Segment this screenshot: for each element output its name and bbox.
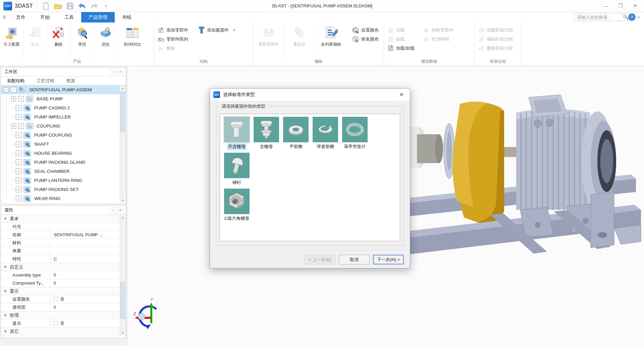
properties-scrollbar[interactable]	[120, 215, 125, 336]
tree-item[interactable]: PUMP LANTERN RING	[1, 176, 126, 185]
visibility-checkbox[interactable]	[16, 196, 21, 201]
minimize-button[interactable]: —	[598, 0, 613, 11]
property-section[interactable]: 基本	[1, 215, 126, 223]
tab-process[interactable]: 工艺过程	[31, 77, 60, 85]
visibility-checkbox[interactable]	[16, 114, 21, 120]
tree-item[interactable]: HOUSE BEARING	[1, 149, 126, 158]
visibility-checkbox[interactable]	[16, 168, 21, 174]
collapse-expander[interactable]	[4, 87, 9, 92]
tree-scrollbar[interactable]	[120, 86, 125, 203]
redo-button[interactable]	[89, 1, 99, 11]
tab-assembly-structure[interactable]: 装配结构	[1, 77, 31, 85]
property-section[interactable]: 自定义	[1, 263, 126, 271]
property-row[interactable]: 设置颜色否	[1, 295, 126, 303]
chevron-down-icon[interactable]	[233, 28, 235, 32]
property-row[interactable]: 材料	[1, 239, 126, 247]
visibility-checkbox[interactable]	[16, 150, 21, 156]
tab-start[interactable]: 开始	[33, 12, 57, 22]
property-row[interactable]: 显示否	[1, 319, 126, 328]
property-row[interactable]: 透明度0	[1, 303, 126, 311]
property-section[interactable]: 纹理	[1, 311, 126, 319]
fastener-tile-serrated-washer[interactable]: 落帝劳垫片	[340, 117, 370, 150]
tree-item[interactable]: WEAR RING	[1, 194, 126, 203]
close-button[interactable]: ✕	[628, 0, 643, 11]
tree-item[interactable]: PUMP PACKING GLAND	[1, 158, 126, 167]
component-pattern-button[interactable]: 零部件阵列	[158, 35, 188, 44]
fastener-tile-spring-washer[interactable]: 弹簧垫圈	[311, 117, 340, 150]
scroll-up-arrow[interactable]	[120, 86, 125, 91]
value-checkbox[interactable]	[54, 297, 58, 301]
cancel-button[interactable]: 取消	[339, 255, 370, 264]
property-section[interactable]: 显示	[1, 287, 126, 295]
property-row[interactable]: 名称SENTRIFUGAL PUMP ...	[1, 231, 126, 239]
property-row[interactable]: 特性C	[1, 255, 126, 263]
close-panel-button[interactable]	[117, 69, 124, 75]
fastener-tile-bolt[interactable]: 不含螺母	[222, 117, 252, 150]
tree-item[interactable]: BASE PUMP	[1, 94, 126, 103]
set-color-button[interactable]: 设置颜色	[352, 26, 379, 35]
tree-item[interactable]: PUMP PACKING SET	[1, 185, 126, 194]
restore-button[interactable]: ❐	[613, 0, 628, 11]
tree-item[interactable]: PUMP IMPELLER	[1, 112, 126, 121]
tree-item[interactable]: COUPLING	[1, 121, 126, 131]
tree-item[interactable]: SEAL CHAMBER	[1, 167, 126, 176]
property-row[interactable]: Component Ty...0	[1, 279, 126, 287]
chevron-down-icon[interactable]	[638, 15, 639, 19]
property-section[interactable]: 其它	[1, 328, 126, 336]
search-input[interactable]	[574, 13, 630, 21]
load-unload-button[interactable]: 加载/卸载	[387, 44, 415, 53]
collapse-panel-button[interactable]	[109, 69, 116, 75]
fastener-tile-hex-nut[interactable]: C级六角螺母	[222, 189, 252, 222]
tab-routing[interactable]: 布线	[115, 12, 139, 22]
undo-button[interactable]	[77, 1, 87, 11]
full-list-edit-button[interactable]: 全列表编辑	[315, 23, 347, 58]
import-config-button[interactable]: 引入配置	[0, 23, 23, 58]
scroll-down-arrow[interactable]	[120, 198, 125, 203]
scrollbar-thumb[interactable]	[120, 92, 125, 132]
scrollbar-thumb[interactable]	[120, 282, 125, 319]
close-panel-button[interactable]	[117, 207, 124, 213]
fastener-tile-rivet[interactable]: 铆钉	[222, 153, 252, 186]
visibility-checkbox[interactable]	[18, 96, 24, 102]
value-checkbox[interactable]	[54, 321, 58, 326]
fastener-tile-bolt-with-nut[interactable]: 含螺母	[252, 117, 281, 150]
expand-expander[interactable]	[11, 123, 16, 129]
visibility-checkbox[interactable]	[16, 141, 21, 147]
property-row[interactable]: Assembly type0	[1, 271, 126, 279]
scroll-up-arrow[interactable]	[120, 215, 125, 220]
save-button[interactable]	[65, 1, 75, 11]
collapse-panel-button[interactable]	[109, 207, 116, 213]
visibility-checkbox[interactable]	[11, 87, 16, 93]
visibility-checkbox[interactable]	[16, 187, 21, 192]
add-component-button[interactable]: 添加零部件	[158, 26, 188, 35]
tab-file[interactable]: 文件	[9, 12, 33, 22]
help-button[interactable]: ?	[628, 13, 636, 21]
next-button[interactable]: 下一步(N) >	[373, 255, 404, 264]
property-row[interactable]: 代号	[1, 223, 126, 231]
find-button[interactable]: 查找	[70, 23, 94, 58]
restore-color-button[interactable]: 恢复颜色	[352, 35, 379, 44]
dialog-close-button[interactable]	[396, 92, 407, 98]
visibility-checkbox[interactable]	[16, 105, 21, 111]
property-row[interactable]: 单重	[1, 247, 126, 255]
delete-product-button[interactable]: 删除	[47, 23, 70, 58]
tab-product-management[interactable]: 产品管理	[81, 12, 115, 22]
browse-button[interactable]: 浏览	[94, 23, 117, 58]
menu-icon[interactable]	[0, 12, 9, 22]
tab-resources[interactable]: 资源	[60, 77, 81, 85]
scroll-down-arrow[interactable]	[120, 330, 125, 336]
new-document-button[interactable]	[41, 1, 51, 11]
open-button[interactable]	[53, 1, 63, 11]
tree-item-root[interactable]: SENTRIFUGAL PUMP ASSEM	[1, 85, 126, 94]
tree-item[interactable]: SHAFT	[1, 140, 126, 149]
visibility-checkbox[interactable]	[16, 132, 21, 138]
add-fastener-button[interactable]: 添加紧固件	[198, 26, 235, 35]
fastener-tile-flat-washer[interactable]: 平垫圈	[281, 117, 311, 150]
tab-tools[interactable]: 工具	[57, 12, 81, 22]
visibility-checkbox[interactable]	[18, 123, 24, 129]
tree-item[interactable]: PUMP COUPLING	[1, 131, 126, 140]
visibility-checkbox[interactable]	[16, 178, 21, 183]
bom-compare-button[interactable]: BOM对比	[117, 23, 148, 58]
tree-item[interactable]: PUMP CASING-2	[1, 103, 126, 112]
visibility-checkbox[interactable]	[16, 159, 21, 165]
